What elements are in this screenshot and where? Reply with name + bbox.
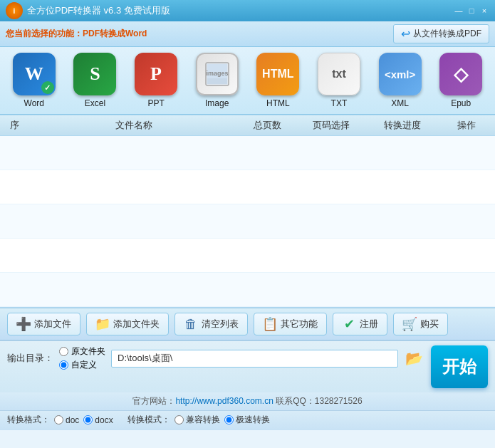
convert-to-pdf-button[interactable]: ↩ 从文件转换成PDF [393, 24, 489, 43]
col-progress: 转换进度 [367, 119, 438, 132]
radio-original-folder[interactable]: 原文件夹 [59, 345, 105, 358]
arrow-icon: ↩ [401, 27, 410, 41]
title-bar: i 全方位PDF转换器 v6.3 免费试用版 — □ × [0, 0, 495, 21]
format-word[interactable]: W ✓ Word [7, 53, 61, 108]
epub-label: Epub [451, 98, 471, 108]
app-logo: i [6, 2, 23, 19]
table-row [0, 273, 495, 307]
file-table: 序 文件名称 总页数 页码选择 转换进度 操作 [0, 115, 495, 308]
register-button[interactable]: ✔ 注册 [333, 313, 387, 335]
add-file-button[interactable]: ➕ 添加文件 [7, 313, 80, 335]
radio-fast-input[interactable] [224, 415, 234, 424]
qq-label: 联系QQ：1328271526 [273, 396, 363, 406]
other-func-label: 其它功能 [281, 318, 318, 330]
col-seq: 序 [0, 119, 28, 132]
image-label: Image [205, 98, 229, 108]
radio-compat[interactable]: 兼容转换 [174, 414, 220, 426]
radio-original-label: 原文件夹 [71, 345, 105, 358]
word-label: Word [24, 98, 44, 108]
format-html[interactable]: HTML HTML [251, 53, 306, 108]
output-row1: 输出目录： 原文件夹 自定义 📂 [7, 345, 424, 371]
col-pages: 总页数 [239, 119, 296, 132]
add-folder-icon: 📁 [95, 317, 110, 331]
radio-group: 原文件夹 自定义 [59, 345, 105, 371]
radio-custom[interactable]: 自定义 [59, 359, 105, 371]
radio-docx-label: docx [95, 415, 113, 425]
add-folder-button[interactable]: 📁 添加文件夹 [86, 313, 169, 335]
add-file-icon: ➕ [16, 317, 31, 331]
maximize-button[interactable]: □ [467, 6, 476, 16]
buy-button[interactable]: 🛒 购买 [393, 313, 448, 335]
format-xml[interactable]: <xml> XML [373, 53, 427, 108]
format-txt[interactable]: txt TXT [312, 53, 366, 108]
radio-custom-input[interactable] [59, 360, 68, 370]
website-label: 官方网站： [132, 396, 175, 406]
svg-text:images: images [206, 70, 228, 77]
app-title: 全方位PDF转换器 v6.3 免费试用版 [27, 4, 454, 17]
buy-label: 购买 [420, 318, 439, 330]
format-image[interactable]: images Image [190, 53, 244, 108]
window-controls[interactable]: — □ × [454, 6, 489, 16]
clear-list-label: 清空列表 [202, 318, 239, 330]
excel-icon-img: S [73, 53, 116, 95]
website-info: 官方网站：http://www.pdf360.com.cn 联系QQ：13282… [0, 392, 495, 410]
ppt-icon-img: P [135, 53, 177, 95]
radio-custom-label: 自定义 [71, 359, 97, 371]
table-header: 序 文件名称 总页数 页码选择 转换进度 操作 [0, 115, 495, 136]
register-icon: ✔ [342, 317, 356, 331]
image-icon-img: images [196, 53, 239, 95]
radio-original-input[interactable] [59, 347, 68, 356]
excel-label: Excel [85, 98, 105, 108]
txt-icon-img: txt [318, 53, 360, 95]
radio-docx-input[interactable] [83, 415, 93, 424]
radio-docx[interactable]: docx [83, 415, 113, 425]
table-row [0, 136, 495, 170]
radio-doc-label: doc [66, 415, 79, 425]
radio-doc-input[interactable] [54, 415, 63, 424]
html-label: HTML [266, 98, 290, 108]
xml-label: XML [391, 98, 409, 108]
output-dir-label: 输出目录： [7, 352, 53, 365]
radio-compat-input[interactable] [174, 415, 184, 424]
convert-to-pdf-label: 从文件转换成PDF [413, 28, 481, 40]
col-filename: 文件名称 [28, 119, 239, 132]
output-path-input[interactable] [111, 350, 398, 368]
start-label: 开始 [442, 357, 476, 376]
table-body [0, 136, 495, 307]
table-row [0, 204, 495, 239]
format-type-label: 转换格式： [7, 414, 50, 426]
toolbar-hint: 您当前选择的功能：PDF转换成Word [6, 28, 393, 40]
clear-list-icon: 🗑 [184, 317, 198, 331]
format-excel[interactable]: S Excel [68, 53, 123, 108]
buy-icon: 🛒 [402, 317, 417, 331]
website-link[interactable]: http://www.pdf360.com.cn [175, 396, 273, 406]
minimize-button[interactable]: — [454, 6, 464, 16]
radio-fast[interactable]: 极速转换 [224, 414, 270, 426]
add-file-label: 添加文件 [34, 318, 71, 330]
convert-mode-group: 转换模式： 兼容转换 极速转换 [127, 414, 270, 426]
hint-prefix: 您当前选择的功能： [6, 28, 83, 38]
svg-rect-3 [207, 78, 227, 84]
other-func-button[interactable]: 📋 其它功能 [254, 313, 327, 335]
hint-highlight: PDF转换成Word [83, 28, 147, 38]
col-pagesel: 页码选择 [296, 119, 367, 132]
word-icon-img: W ✓ [13, 53, 56, 95]
start-button[interactable]: 开始 [431, 345, 488, 388]
toolbar-area: 您当前选择的功能：PDF转换成Word ↩ 从文件转换成PDF [0, 21, 495, 47]
format-epub[interactable]: ◇ Epub [434, 53, 488, 108]
ppt-label: PPT [147, 98, 164, 108]
register-label: 注册 [360, 318, 378, 330]
convert-mode-label: 转换模式： [127, 414, 170, 426]
format-ppt[interactable]: P PPT [129, 53, 183, 108]
browse-folder-button[interactable]: 📂 [404, 348, 424, 368]
col-action: 操作 [438, 119, 495, 132]
clear-list-button[interactable]: 🗑 清空列表 [174, 313, 248, 335]
close-button[interactable]: × [479, 6, 489, 16]
format-icons-row: W ✓ Word S Excel P PPT images Image HTML [0, 47, 495, 115]
table-row [0, 239, 495, 273]
table-row [0, 170, 495, 204]
output-start-row: 输出目录： 原文件夹 自定义 📂 开始 [0, 340, 495, 392]
txt-label: TXT [331, 98, 348, 108]
other-func-icon: 📋 [263, 317, 277, 331]
radio-doc[interactable]: doc [54, 415, 79, 425]
